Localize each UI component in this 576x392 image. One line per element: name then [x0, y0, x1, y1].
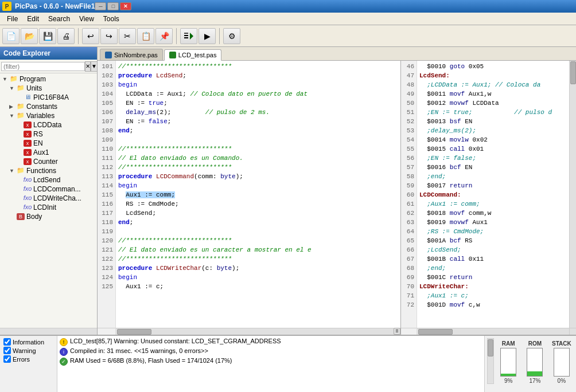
tree-item-rs[interactable]: x RS	[0, 130, 97, 139]
tree-item-pic16f84a[interactable]: 🖥 PIC16F84A	[0, 93, 97, 102]
settings-button[interactable]: ⚙	[223, 28, 240, 44]
tree-label-counter: Counter	[33, 158, 58, 166]
minimize-button[interactable]: ─	[95, 2, 106, 10]
rs-icon: x	[23, 130, 32, 138]
split-handle[interactable]: ⠿	[394, 328, 400, 335]
filter-input[interactable]	[1, 62, 85, 71]
tree-item-body[interactable]: B Body	[0, 212, 97, 221]
editor-left-panel: 101 102 103 104 105 106 107 108 109 110 …	[98, 61, 401, 335]
tree-item-lcddata[interactable]: x LCDData	[0, 120, 97, 130]
menu-edit[interactable]: Edit	[22, 14, 44, 24]
tab-label-sinnombre: SinNombre.pas	[114, 52, 158, 58]
tree-arrow-units: ▼	[9, 85, 16, 91]
tree-arrow-constants: ▶	[9, 104, 16, 109]
log-line-2: i Compiled in: 31 msec. <<15 warnings, 0…	[60, 347, 482, 356]
tab-lcdtest[interactable]: LCD_test.pas	[164, 49, 222, 61]
run-button[interactable]: ▶	[199, 28, 216, 44]
mem-bar-ram	[501, 374, 516, 376]
tree-label-rs: RS	[33, 130, 43, 138]
tree-item-program[interactable]: ▼ 📁 Program	[0, 75, 97, 84]
paste-button[interactable]: 📌	[155, 28, 173, 44]
checkbox-errors[interactable]	[3, 355, 11, 363]
body-icon: B	[16, 213, 25, 221]
tree-item-aux1[interactable]: x Aux1	[0, 148, 97, 157]
units-folder-icon: 📁	[16, 84, 25, 92]
print-button[interactable]: 🖨	[57, 28, 75, 44]
maximize-button[interactable]: □	[107, 2, 119, 10]
copy-button[interactable]: 📋	[137, 28, 154, 44]
check-errors[interactable]: Errors	[3, 355, 53, 363]
undo-button[interactable]: ↩	[82, 28, 99, 44]
menu-search[interactable]: Search	[44, 14, 75, 24]
tree-item-functions[interactable]: ▼ 📁 Functions	[0, 166, 97, 175]
tree-item-lcdsend[interactable]: fxo LcdSend	[0, 175, 97, 185]
log-filter-controls: Information Warning Errors	[0, 336, 57, 392]
tree-label-variables: Variables	[26, 112, 55, 120]
tree-item-units[interactable]: ▼ 📁 Units	[0, 84, 97, 93]
cut-button[interactable]: ✂	[119, 28, 136, 44]
tree-item-lcdwritechar[interactable]: fxo LCDWriteCha...	[0, 194, 97, 203]
redo-button[interactable]: ↪	[100, 28, 118, 44]
sidebar-header: Code Explorer	[0, 47, 97, 60]
tree-label-lcdcommand: LCDComman...	[33, 185, 81, 193]
toolbar-separator-1	[78, 28, 79, 44]
editor-tabs: SinNombre.pas LCD_test.pas	[98, 47, 576, 61]
checkbox-information[interactable]	[3, 338, 11, 346]
tree-item-constants[interactable]: ▶ 📁 Constants	[0, 102, 97, 111]
scrollbar-thumb-v-right[interactable]	[570, 61, 576, 84]
asm-text-right[interactable]: $0010 goto 0x05 LcdSend: ;LCDData := Aux…	[417, 61, 569, 328]
tree-label-pic16f84a: PIC16F84A	[33, 93, 69, 101]
code-body-right[interactable]: 46 47 48 49 50 51 52 53 54 55 56 57 58 5…	[401, 61, 576, 328]
code-explorer-sidebar: Code Explorer ✕ ▼ ▼ 📁 Program ▼ 📁 Units	[0, 47, 98, 335]
toolbar-separator-3	[219, 28, 220, 44]
memory-area: RAM 9% ROM 17% STACK 0%	[484, 336, 576, 392]
tree-item-en[interactable]: x EN	[0, 139, 97, 148]
line-numbers-left: 101 102 103 104 105 106 107 108 109 110 …	[98, 61, 116, 328]
code-text-left[interactable]: //**************************** procedure…	[116, 61, 400, 328]
scrollbar-h-right[interactable]	[417, 328, 569, 335]
compile-button[interactable]	[180, 28, 197, 44]
tree-label-lcdinit: LCDInit	[33, 203, 56, 211]
tree-item-lcdinit[interactable]: fxo LCDInit	[0, 203, 97, 212]
line-numbers-right: 46 47 48 49 50 51 52 53 54 55 56 57 58 5…	[401, 61, 417, 328]
mem-label-rom: ROM	[528, 340, 542, 347]
check-warning[interactable]: Warning	[3, 347, 53, 354]
filter-options-button[interactable]: ▼	[91, 61, 98, 72]
tree-label-lcddata: LCDData	[33, 121, 61, 129]
tab-icon-lcdtest	[169, 52, 176, 58]
sidebar-scrollbar-h[interactable]	[0, 328, 97, 335]
scrollbar-h-left[interactable]	[116, 328, 394, 335]
menu-view[interactable]: View	[75, 14, 99, 24]
log-text-2: Compiled in: 31 msec. <<15 warnings, 0 e…	[70, 347, 208, 354]
tree-label-program: Program	[20, 75, 46, 83]
log-line-3: ✓ RAM Used = 6/68B (8.8%), Flash Used = …	[60, 356, 482, 366]
variables-folder-icon: 📁	[16, 112, 25, 120]
mem-bar-container-ram	[500, 348, 516, 377]
menubar: File Edit Search View Tools	[0, 13, 576, 25]
tree-item-counter[interactable]: x Counter	[0, 157, 97, 166]
open-button[interactable]: 📂	[21, 28, 38, 44]
log-line-1: ! LCD_test[85,7] Warning: Unused constan…	[60, 337, 482, 347]
aux1-icon: x	[23, 148, 32, 156]
scrollbar-v-right[interactable]	[569, 61, 576, 328]
mem-bar-rom	[527, 371, 542, 376]
check-information[interactable]: Information	[3, 338, 53, 346]
code-body-left[interactable]: 101 102 103 104 105 106 107 108 109 110 …	[98, 61, 400, 328]
tab-sinnombre[interactable]: SinNombre.pas	[100, 49, 163, 60]
tree-item-variables[interactable]: ▼ 📁 Variables	[0, 111, 97, 120]
close-button[interactable]: ✕	[120, 2, 131, 10]
scrollbar-thumb-h-right[interactable]	[418, 329, 453, 335]
tree-label-body: Body	[26, 213, 42, 221]
mem-pct-rom: 17%	[529, 378, 540, 384]
menu-file[interactable]: File	[2, 14, 22, 24]
tree-item-lcdcommand[interactable]: fxo LCDComman...	[0, 185, 97, 194]
checkbox-warning[interactable]	[3, 347, 11, 354]
menu-tools[interactable]: Tools	[99, 14, 124, 24]
new-button[interactable]: 📄	[2, 28, 20, 44]
save-button[interactable]: 💾	[39, 28, 56, 44]
filter-clear-button[interactable]: ✕	[85, 61, 91, 72]
log-scrollbar-thumb[interactable]	[488, 339, 493, 356]
log-scrollbar-v[interactable]	[487, 338, 494, 384]
scrollbar-thumb-h-left[interactable]	[117, 329, 151, 335]
check-label-information: Information	[13, 339, 44, 346]
